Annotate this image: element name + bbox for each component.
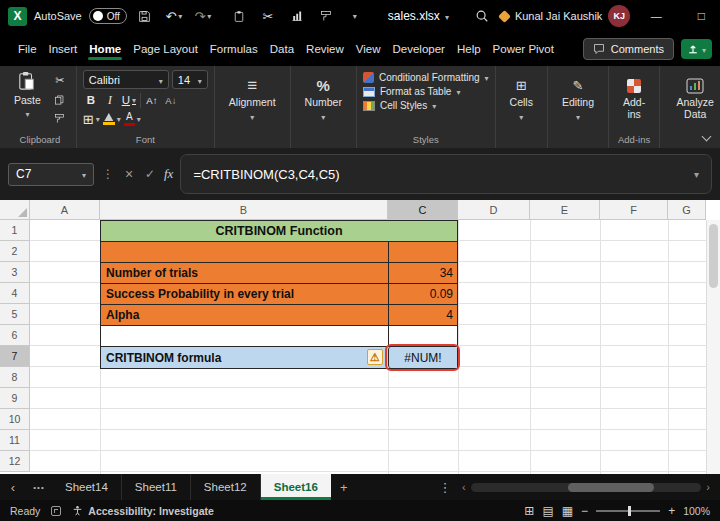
redo-button[interactable] [192,5,214,27]
tab-scroll-left-icon[interactable] [0,474,26,500]
row-header-12[interactable]: 12 [0,451,30,472]
error-checking-button[interactable] [367,349,383,365]
copy-button[interactable] [50,92,70,107]
format-painter-button[interactable] [50,111,70,126]
row-header-6[interactable]: 6 [0,325,30,346]
save-icon[interactable] [134,5,156,27]
document-title[interactable]: sales.xlsx [380,6,457,26]
undo-button[interactable] [163,5,185,27]
row-header-8[interactable]: 8 [0,367,30,388]
cell-B1-title[interactable]: CRITBINOM Function [101,221,457,241]
zoom-out-icon[interactable]: − [581,504,588,518]
cell-C3[interactable]: 34 [388,263,457,283]
sheet-tab-sheet16-active[interactable]: Sheet16 [261,474,331,500]
tab-help[interactable]: Help [451,34,487,64]
sheet-tab-sheet14[interactable]: Sheet14 [52,474,122,500]
zoom-in-icon[interactable]: + [668,504,675,518]
normal-view-icon[interactable] [524,504,534,518]
zoom-slider[interactable] [596,510,660,512]
search-icon[interactable] [471,5,493,27]
column-header-D[interactable]: D [458,200,530,220]
row-header-7[interactable]: 7 [0,346,30,367]
alignment-button[interactable]: Alignment [221,70,284,122]
avatar[interactable]: KJ [608,5,630,27]
cell-B4[interactable]: Success Probability in every trial [101,284,388,304]
tabbar-more-icon[interactable] [432,474,458,500]
select-all-corner[interactable] [0,200,30,220]
underline-button[interactable]: U [121,92,137,108]
new-sheet-icon[interactable] [331,474,357,500]
page-layout-view-icon[interactable] [542,504,553,518]
minimize-icon[interactable] [637,0,675,32]
column-header-C[interactable]: C [388,200,458,220]
expand-formula-bar-icon[interactable]: ▾ [694,169,699,180]
zoom-level[interactable]: 100% [683,505,710,517]
tab-file[interactable]: File [12,34,43,64]
font-name-select[interactable]: Calibri [83,70,169,89]
addins-button[interactable]: Add-ins [615,70,653,120]
cell-B3[interactable]: Number of trials [101,263,388,283]
tab-list-icon[interactable] [26,474,52,500]
formula-input[interactable]: =CRITBINOM(C3,C4,C5) ▾ [180,154,712,194]
cell-B2[interactable] [101,242,388,262]
tab-page-layout[interactable]: Page Layout [127,34,204,64]
increase-font-button[interactable] [144,92,160,108]
bold-button[interactable]: B [83,92,99,108]
format-painter-qat-icon[interactable] [315,5,337,27]
column-header-B[interactable]: B [100,200,388,220]
cell-B5[interactable]: Alpha [101,305,388,325]
cell-styles-button[interactable]: Cell Styles [363,100,489,111]
cancel-entry-icon[interactable] [122,166,136,182]
cell-B6[interactable] [101,326,388,346]
vertical-scrollbar-thumb[interactable] [709,224,718,288]
row-header-3[interactable]: 3 [0,262,30,283]
decrease-font-button[interactable] [163,92,179,108]
analyze-data-button[interactable]: Analyze Data [666,70,720,120]
paste-qat-icon[interactable] [228,5,250,27]
zoom-slider-thumb[interactable] [628,506,631,516]
cell-C7-active[interactable]: #NUM! [388,347,457,368]
hscroll-left-icon[interactable] [462,481,466,493]
cut-qat-icon[interactable] [257,5,279,27]
chart-qat-icon[interactable] [286,5,308,27]
editing-button[interactable]: Editing [554,70,602,122]
row-header-11[interactable]: 11 [0,430,30,451]
column-header-A[interactable]: A [30,200,100,220]
autosave-toggle[interactable]: Off [89,8,127,24]
tab-home[interactable]: Home [83,34,127,64]
tab-view[interactable]: View [350,34,387,64]
name-box[interactable]: C7 [8,163,94,186]
horizontal-scrollbar[interactable] [458,474,720,500]
font-color-button[interactable] [124,111,141,127]
row-header-1[interactable]: 1 [0,220,30,241]
tab-formulas[interactable]: Formulas [204,34,264,64]
macro-record-icon[interactable] [51,506,61,516]
comments-button[interactable]: Comments [583,38,674,60]
row-header-9[interactable]: 9 [0,388,30,409]
excel-logo[interactable] [8,7,27,26]
cells-button[interactable]: Cells [502,70,541,122]
font-size-select[interactable]: 14 [172,70,208,89]
customize-qat-icon[interactable] [344,5,366,27]
row-header-4[interactable]: 4 [0,283,30,304]
hscroll-right-icon[interactable] [706,481,710,493]
accessibility-status[interactable]: Accessibility: Investigate [72,505,213,517]
tab-insert[interactable]: Insert [43,34,84,64]
cut-button[interactable] [50,73,70,88]
cell-C4[interactable]: 0.09 [388,284,457,304]
sheet-tab-sheet12[interactable]: Sheet12 [191,474,261,500]
tab-data[interactable]: Data [264,34,300,64]
confirm-entry-icon[interactable] [143,167,157,181]
tab-power-pivot[interactable]: Power Pivot [487,34,560,64]
format-as-table-button[interactable]: Format as Table [363,86,489,97]
row-header-5[interactable]: 5 [0,304,30,325]
column-header-G[interactable]: G [668,200,706,220]
borders-button[interactable] [83,111,100,127]
vertical-scrollbar[interactable] [706,220,720,474]
tab-review[interactable]: Review [300,34,350,64]
column-header-E[interactable]: E [530,200,600,220]
cell-B7[interactable]: CRITBINOM formula [101,347,388,368]
insert-function-icon[interactable]: fx [164,166,173,182]
sheet-tab-sheet11[interactable]: Sheet11 [122,474,191,500]
paste-button[interactable]: Paste [10,70,45,126]
